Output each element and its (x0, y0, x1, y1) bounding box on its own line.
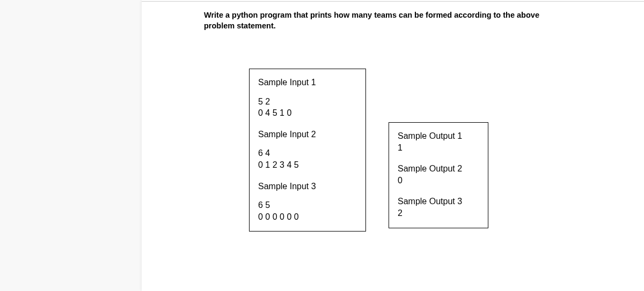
sample-input-header: Sample Input 2 (258, 129, 357, 140)
sample-input-header: Sample Input 1 (258, 77, 357, 88)
sample-output-value: 1 (398, 142, 479, 154)
sample-output-header: Sample Output 1 (398, 130, 479, 142)
sample-input-data: 5 20 4 5 1 0 (258, 96, 357, 119)
sample-output-header: Sample Output 2 (398, 163, 479, 175)
sample-output-value: 2 (398, 207, 479, 219)
sample-output-block: Sample Output 1 1 (398, 130, 479, 153)
sample-input-block: Sample Input 2 6 40 1 2 3 4 5 (258, 129, 357, 171)
samples-container: Sample Input 1 5 20 4 5 1 0 Sample Input… (249, 69, 488, 232)
sample-input-box: Sample Input 1 5 20 4 5 1 0 Sample Input… (249, 69, 366, 232)
sample-input-block: Sample Input 1 5 20 4 5 1 0 (258, 77, 357, 119)
sample-output-value: 0 (398, 175, 479, 186)
horizontal-rule (142, 1, 644, 2)
sample-input-block: Sample Input 3 6 50 0 0 0 0 0 (258, 181, 357, 223)
sample-output-block: Sample Output 3 2 (398, 196, 479, 219)
sample-input-header: Sample Input 3 (258, 181, 357, 192)
sample-output-header: Sample Output 3 (398, 196, 479, 207)
page-margin-left (0, 0, 142, 291)
document-page: Write a python program that prints how m… (142, 0, 644, 291)
sample-input-data: 6 50 0 0 0 0 0 (258, 199, 357, 222)
sample-output-block: Sample Output 2 0 (398, 163, 479, 186)
sample-input-data: 6 40 1 2 3 4 5 (258, 147, 357, 170)
sample-output-box: Sample Output 1 1 Sample Output 2 0 Samp… (389, 122, 488, 228)
problem-statement: Write a python program that prints how m… (204, 10, 569, 31)
